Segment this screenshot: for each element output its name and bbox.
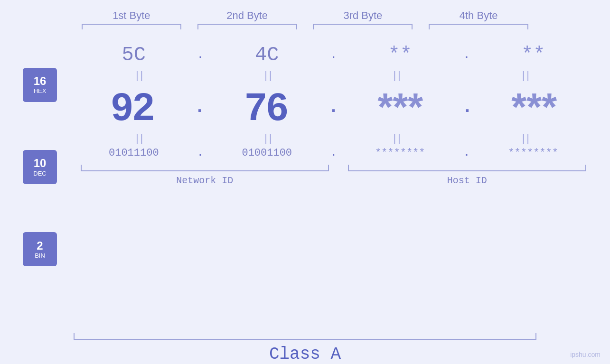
- dec-val-1: 92: [85, 84, 180, 129]
- id-labels-row: Network ID Host ID: [76, 175, 591, 186]
- big-bracket-row: [0, 333, 610, 340]
- bin-dot-3: .: [463, 147, 469, 159]
- byte-label-3: 3rd Byte: [310, 9, 415, 22]
- hex-val-3: **: [353, 44, 448, 66]
- host-bracket: [348, 165, 587, 171]
- sep-row-1: || || || ||: [76, 69, 591, 82]
- sep-1-1: ||: [88, 69, 193, 82]
- class-label: Class A: [0, 345, 610, 364]
- bin-badge: 2 BIN: [23, 232, 57, 266]
- hex-badge-label: HEX: [34, 87, 47, 94]
- badges-column: 16 HEX 10 DEC 2 BIN: [0, 34, 57, 290]
- sep-1-4: ||: [474, 69, 579, 82]
- dec-dot-3: .: [462, 97, 473, 117]
- bin-val-1: 01011100: [86, 147, 181, 159]
- network-bracket: [81, 165, 329, 171]
- bin-badge-num: 2: [37, 240, 43, 252]
- sep-2-2: ||: [217, 132, 321, 144]
- hex-dot-3: .: [463, 49, 469, 61]
- split-bracket-row: [76, 165, 591, 171]
- header-row: 1st Byte 2nd Byte 3rd Byte 4th Byte: [0, 9, 610, 22]
- dec-dot-1: .: [194, 97, 205, 117]
- dec-badge: 10 DEC: [23, 150, 57, 184]
- hex-dot-2: .: [330, 49, 337, 61]
- data-area: 5C . 4C . ** . ** || || || || 92 . 76 .: [57, 34, 610, 186]
- sep-1-3: ||: [346, 69, 450, 82]
- sep-2-1: ||: [88, 132, 193, 144]
- network-id-label: Network ID: [81, 175, 329, 186]
- bin-dot-1: .: [197, 147, 203, 159]
- dec-badge-label: DEC: [33, 170, 46, 177]
- host-id-label: Host ID: [348, 175, 587, 186]
- main-container: 1st Byte 2nd Byte 3rd Byte 4th Byte 16 H…: [0, 0, 610, 364]
- sep-row-2: || || || ||: [76, 132, 591, 144]
- dec-dot-2: .: [328, 97, 339, 117]
- hex-dot-1: .: [197, 49, 203, 61]
- main-content: 16 HEX 10 DEC 2 BIN 5C . 4C . ** . **: [0, 34, 610, 327]
- watermark: ipshu.com: [570, 351, 601, 358]
- hex-val-4: **: [486, 44, 581, 66]
- byte-label-4: 4th Byte: [426, 9, 531, 22]
- big-bracket: [74, 333, 536, 340]
- hex-val-1: 5C: [86, 44, 181, 66]
- bin-val-3: ********: [353, 147, 448, 159]
- byte-label-1: 1st Byte: [79, 9, 184, 22]
- dec-row: 92 . 76 . *** . ***: [76, 84, 591, 129]
- bin-val-4: ********: [486, 147, 581, 159]
- hex-badge: 16 HEX: [23, 68, 57, 102]
- bracket-4: [429, 24, 528, 29]
- dec-val-2: 76: [219, 84, 314, 129]
- bin-val-2: 01001100: [219, 147, 314, 159]
- bracket-3: [313, 24, 413, 29]
- bracket-gap: [329, 165, 348, 171]
- bin-row: 01011100 . 01001100 . ******** . *******…: [76, 147, 591, 159]
- sep-2-4: ||: [474, 132, 579, 144]
- bracket-2: [197, 24, 297, 29]
- dec-badge-num: 10: [34, 157, 47, 169]
- top-brackets: [0, 24, 610, 29]
- bin-dot-2: .: [330, 147, 337, 159]
- bracket-1: [82, 24, 181, 29]
- sep-1-2: ||: [217, 69, 321, 82]
- byte-label-2: 2nd Byte: [195, 9, 300, 22]
- dec-val-3: ***: [353, 84, 448, 129]
- hex-badge-num: 16: [34, 75, 47, 87]
- dec-val-4: ***: [487, 84, 582, 129]
- hex-val-2: 4C: [219, 44, 314, 66]
- bin-badge-label: BIN: [35, 252, 45, 259]
- hex-row: 5C . 4C . ** . **: [76, 44, 591, 66]
- sep-2-3: ||: [346, 132, 450, 144]
